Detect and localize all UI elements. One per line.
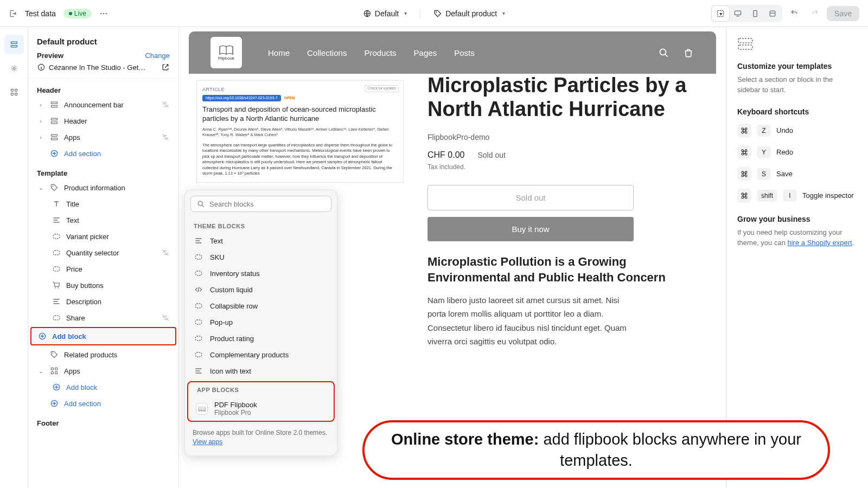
product-body: Nam libero justo laoreet sit amet cursus… bbox=[427, 293, 634, 349]
save-button[interactable]: Save bbox=[827, 6, 859, 21]
nav-home[interactable]: Home bbox=[268, 48, 290, 57]
block-quantity[interactable]: Quantity selector bbox=[28, 245, 178, 261]
add-block-link[interactable]: Add block bbox=[31, 328, 175, 344]
globe-icon bbox=[363, 9, 372, 18]
sold-out-label: Sold out bbox=[477, 151, 505, 159]
po-item-popup[interactable]: Pop-up bbox=[185, 314, 337, 330]
block-buy-buttons[interactable]: Buy buttons bbox=[28, 277, 178, 293]
header-item-apps[interactable]: › Apps bbox=[28, 129, 178, 145]
block-variant-picker[interactable]: Variant picker bbox=[28, 228, 178, 245]
search-icon bbox=[196, 200, 205, 208]
product-title: Microplastic Particles by a North Atlant… bbox=[427, 74, 700, 121]
storefront-header: Flipbook Home Collections Products Pages… bbox=[189, 31, 716, 74]
more-icon[interactable] bbox=[99, 9, 108, 18]
test-data-label: Test data bbox=[25, 9, 56, 18]
template-label: Default product bbox=[445, 9, 497, 18]
rp-heading-shortcuts: Keyboard shortcuts bbox=[737, 107, 857, 116]
hire-expert-link[interactable]: hire a Shopify expert bbox=[788, 239, 852, 247]
add-section-link-2[interactable]: Add section bbox=[28, 395, 178, 412]
fullwidth-view[interactable] bbox=[764, 6, 781, 21]
template-dropdown[interactable]: Default product bbox=[428, 6, 510, 21]
external-link-icon[interactable] bbox=[161, 63, 170, 72]
search-blocks-input-wrap[interactable] bbox=[190, 196, 331, 212]
rp-heading-customize: Customize your templates bbox=[737, 62, 857, 70]
group-template: Template bbox=[28, 162, 178, 179]
nav-rail bbox=[0, 27, 28, 488]
nav-posts[interactable]: Posts bbox=[454, 48, 475, 57]
store-search-icon[interactable] bbox=[658, 47, 669, 59]
theme-blocks-heading: THEME BLOCKS bbox=[185, 216, 337, 233]
exit-editor-icon[interactable] bbox=[9, 9, 17, 18]
store-cart-icon[interactable] bbox=[682, 47, 694, 59]
add-section-link[interactable]: Add section bbox=[28, 145, 178, 162]
template-item-related[interactable]: Related products bbox=[28, 346, 178, 363]
product-vendor: FlipbookPro-demo bbox=[427, 133, 700, 142]
hidden-icon bbox=[161, 133, 170, 142]
block-text[interactable]: Text bbox=[28, 212, 178, 228]
desktop-view[interactable] bbox=[729, 6, 746, 21]
right-panel: Customize your templates Select a sectio… bbox=[726, 27, 868, 488]
nav-pages[interactable]: Pages bbox=[414, 48, 437, 57]
check-updates-badge: Check for updates bbox=[365, 85, 399, 92]
storefront-logo[interactable]: Flipbook bbox=[210, 37, 242, 68]
po-item-rating[interactable]: Product rating bbox=[185, 330, 337, 346]
hidden-icon bbox=[161, 248, 170, 257]
hidden-icon bbox=[161, 100, 170, 109]
rp-text-grow: If you need help customizing your theme,… bbox=[737, 228, 857, 248]
live-badge: Live bbox=[63, 9, 92, 18]
header-item-announcement[interactable]: › Announcement bar bbox=[28, 97, 178, 113]
preview-product[interactable]: Cézanne In The Studio - Get… bbox=[37, 63, 170, 72]
rp-text-customize: Select a section or block in the sidebar… bbox=[737, 75, 857, 95]
preview-change-link[interactable]: Change bbox=[145, 52, 170, 60]
block-price[interactable]: Price bbox=[28, 261, 178, 277]
app-blocks-heading: APP BLOCKS bbox=[188, 382, 334, 396]
mobile-view[interactable] bbox=[746, 6, 764, 21]
device-toggle bbox=[711, 5, 782, 22]
sold-out-button[interactable]: Sold out bbox=[427, 185, 634, 210]
po-item-collapsible[interactable]: Collapsible row bbox=[185, 298, 337, 314]
undo-button[interactable] bbox=[786, 5, 803, 22]
po-item-sku[interactable]: SKU bbox=[185, 249, 337, 265]
po-item-inventory[interactable]: Inventory status bbox=[185, 265, 337, 281]
sections-tab[interactable] bbox=[4, 35, 24, 54]
shortcut-save: SSave bbox=[737, 167, 857, 181]
nav-products[interactable]: Products bbox=[364, 48, 396, 57]
search-blocks-input[interactable] bbox=[209, 200, 326, 208]
view-apps-link[interactable]: View apps bbox=[193, 438, 222, 446]
po-item-complementary[interactable]: Complementary products bbox=[185, 346, 337, 363]
block-description[interactable]: Description bbox=[28, 293, 178, 310]
app-icon: 📖 bbox=[196, 403, 208, 415]
block-title[interactable]: Title bbox=[28, 196, 178, 212]
block-share[interactable]: Share bbox=[28, 310, 178, 326]
rp-heading-grow: Grow your business bbox=[737, 215, 857, 223]
po-item-text[interactable]: Text bbox=[185, 233, 337, 249]
shortcut-undo: ZUndo bbox=[737, 124, 857, 138]
separator bbox=[420, 8, 420, 19]
header-item-header[interactable]: › Header bbox=[28, 113, 178, 129]
po-item-liquid[interactable]: Custom liquid bbox=[185, 281, 337, 298]
cmd-key-icon bbox=[737, 167, 751, 181]
inspector-toggle[interactable] bbox=[712, 6, 729, 21]
group-footer: Footer bbox=[28, 412, 178, 429]
nav-collections[interactable]: Collections bbox=[307, 48, 347, 57]
po-item-icon-text[interactable]: Icon with text bbox=[185, 363, 337, 379]
app-blocks-highlighted: APP BLOCKS 📖 PDF Flipbook Flipbook Pro bbox=[187, 381, 335, 422]
preview-label: Preview bbox=[37, 52, 63, 60]
add-block-highlighted: Add block bbox=[30, 327, 176, 345]
redo-button[interactable] bbox=[806, 5, 824, 22]
theme-settings-tab[interactable] bbox=[4, 59, 24, 78]
group-header: Header bbox=[28, 79, 178, 97]
info-icon bbox=[37, 63, 46, 72]
template-item-apps[interactable]: ⌄Apps bbox=[28, 363, 178, 379]
po-app-pdf-flipbook[interactable]: 📖 PDF Flipbook Flipbook Pro bbox=[188, 396, 334, 421]
topbar: Test data Live Default Default product S… bbox=[0, 0, 868, 27]
shortcut-inspector: shiftIToggle inspector bbox=[737, 189, 857, 203]
product-price: CHF 0.00 bbox=[427, 150, 464, 160]
apps-add-block-link[interactable]: Add block bbox=[28, 379, 178, 395]
variant-dropdown[interactable]: Default bbox=[358, 6, 412, 21]
sidebar: Default product Preview Change Cézanne I… bbox=[28, 27, 179, 488]
sections-placeholder-icon bbox=[737, 36, 754, 52]
buy-now-button[interactable]: Buy it now bbox=[427, 217, 634, 241]
template-item-product-info[interactable]: ⌄ Product information bbox=[28, 179, 178, 196]
apps-tab[interactable] bbox=[4, 82, 24, 102]
